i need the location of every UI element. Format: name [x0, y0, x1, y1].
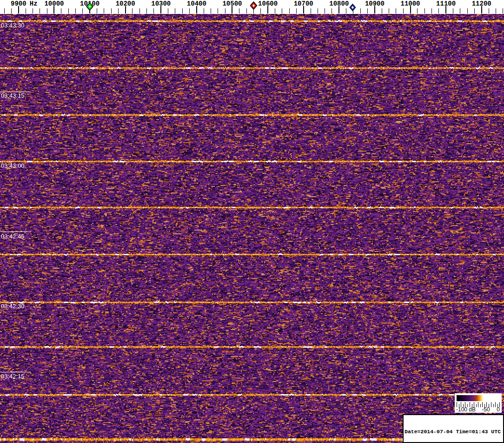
- info-box: Date=2014-07-04 Time=01:43 UTC Freq=143 …: [403, 414, 504, 443]
- info-line-datetime: Date=2014-07-04 Time=01:43 UTC: [405, 429, 502, 435]
- frequency-tick-label: 10000: [44, 0, 64, 7]
- frequency-tick-label: 10200: [116, 0, 135, 7]
- frequency-tick-label: 11100: [436, 0, 456, 7]
- frequency-tick-label: 10700: [294, 0, 313, 7]
- colorbar-label-max: 0: [497, 406, 500, 413]
- time-label: 03:43:15: [1, 93, 25, 99]
- frequency-tick-label: 9900: [11, 0, 27, 7]
- frequency-tick-label: 10600: [258, 0, 278, 7]
- frequency-tick-label: 10800: [329, 0, 349, 7]
- frequency-tick-label: 11000: [401, 0, 420, 7]
- frequency-tick-label: 10900: [365, 0, 385, 7]
- time-label: 03:43:30: [1, 22, 25, 28]
- time-label: 03:42:45: [1, 233, 25, 239]
- colorbar-label-min: -100 dB: [456, 406, 476, 413]
- colorbar-gradient: [457, 395, 499, 401]
- frequency-unit-label: Hz: [30, 0, 38, 7]
- frequency-tick-label: 10500: [222, 0, 242, 7]
- frequency-scale: 9900100001010010200103001040010500106001…: [0, 0, 504, 14]
- spectrum-lab-window: 9900100001010010200103001040010500106001…: [0, 0, 504, 443]
- time-label: 03:42:30: [1, 303, 25, 309]
- frequency-tick-label: 10400: [187, 0, 206, 7]
- time-label: 03:43:00: [1, 163, 25, 169]
- frequency-tick-label: 10300: [151, 0, 171, 7]
- time-label: 03:42:15: [1, 373, 25, 379]
- colorbar-label-mid: -50: [482, 406, 490, 413]
- frequency-scale-ruler: 9900100001010010200103001040010500106001…: [0, 0, 504, 14]
- waterfall-spectrogram-canvas: [0, 14, 504, 443]
- colorbar-legend: -100 dB -50 0: [455, 393, 502, 413]
- frequency-tick-label: 11200: [472, 0, 491, 7]
